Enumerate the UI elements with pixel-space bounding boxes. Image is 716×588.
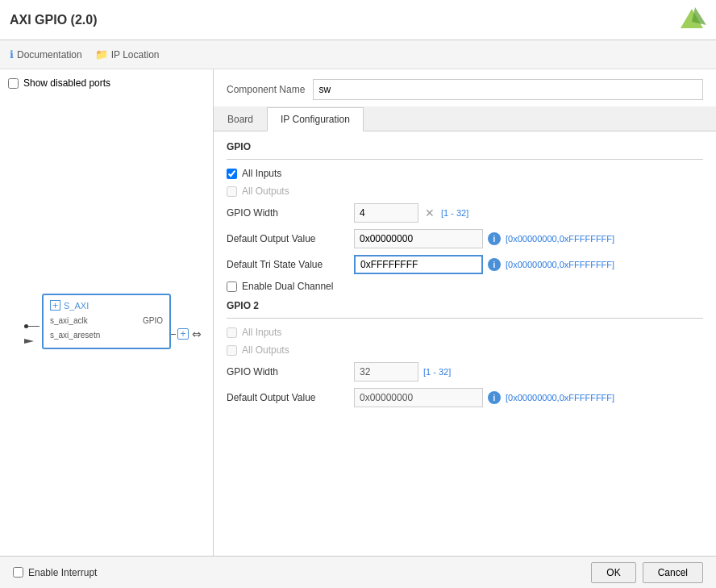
component-box: + S_AXI s_axi_aclk GPIO s_axi_aresetn: [42, 294, 171, 349]
svg-marker-2: [24, 339, 34, 344]
gpio2-all-outputs-label: All Outputs: [242, 344, 289, 356]
gpio2-all-inputs-label: All Inputs: [242, 327, 281, 338]
gpio-width-input-wrap: ✕ [1 - 32]: [354, 203, 468, 223]
default-output-label: Default Output Value: [227, 233, 348, 244]
default-output-input[interactable]: [354, 229, 483, 248]
enable-dual-channel-row: Enable Dual Channel: [227, 281, 703, 292]
documentation-link[interactable]: ℹ Documentation: [10, 48, 82, 60]
gpio-width-clear-btn[interactable]: ✕: [423, 206, 436, 219]
folder-icon: 📁: [95, 48, 108, 60]
diagram-area: + ⇔ + S_AXI s_axi_aclk GPIO s_axi_areset…: [8, 95, 205, 548]
right-conn: + ⇔: [169, 327, 202, 340]
component-header: + S_AXI: [50, 300, 163, 311]
default-tristate-info-icon[interactable]: i: [488, 258, 501, 271]
default-tristate-input[interactable]: [354, 255, 483, 274]
enable-interrupt-checkbox[interactable]: [13, 567, 23, 578]
ok-button[interactable]: OK: [591, 562, 635, 583]
left-conn-2: [24, 338, 35, 344]
default-tristate-row: Default Tri State Value i [0x00000000,0x…: [227, 255, 703, 274]
arrow-in-icon: [24, 338, 35, 344]
gpio-label: GPIO: [143, 314, 163, 328]
bottom-bar: Enable Interrupt OK Cancel: [0, 556, 716, 588]
all-outputs-label: All Outputs: [242, 186, 289, 197]
gpio-width-row: GPIO Width ✕ [1 - 32]: [227, 203, 703, 223]
app-title: AXI GPIO (2.0): [10, 13, 97, 27]
default-tristate-input-wrap: i [0x00000000,0xFFFFFFFF]: [354, 255, 614, 274]
default-output-input-wrap: i [0x00000000,0xFFFFFFFF]: [354, 229, 614, 248]
all-inputs-row: All Inputs: [227, 168, 703, 179]
show-disabled-ports-label: Show disabled ports: [23, 77, 110, 89]
gpio-width-range: [1 - 32]: [441, 208, 468, 218]
add-port-button[interactable]: +: [177, 328, 189, 340]
gpio2-section-title: GPIO 2: [227, 300, 703, 311]
gpio2-all-outputs-checkbox[interactable]: [227, 345, 237, 356]
conn-line-1: [28, 326, 40, 327]
gpio2-section: GPIO 2 All Inputs All Outputs GPIO Width: [227, 300, 703, 407]
gpio2-default-output-label: Default Output Value: [227, 392, 348, 403]
gpio2-width-input[interactable]: [354, 362, 418, 382]
plus-icon-header: +: [50, 300, 60, 311]
cancel-button[interactable]: Cancel: [643, 562, 703, 583]
gpio2-all-inputs-checkbox[interactable]: [227, 327, 237, 338]
info-icon: ℹ: [10, 48, 14, 60]
tab-ip-configuration[interactable]: IP Configuration: [267, 107, 364, 131]
toolbar: ℹ Documentation 📁 IP Location: [0, 40, 716, 69]
right-panel: Component Name Board IP Configuration GP…: [214, 69, 716, 556]
left-panel: Show disabled ports + ⇔: [0, 69, 214, 556]
all-outputs-checkbox[interactable]: [227, 186, 237, 197]
expand-icon: ⇔: [192, 327, 202, 340]
gpio-divider: [227, 159, 703, 160]
component-top-port: S_AXI: [64, 301, 89, 311]
gpio2-default-output-input[interactable]: [354, 388, 483, 407]
all-outputs-row: All Outputs: [227, 186, 703, 197]
gpio2-width-row: GPIO Width [1 - 32]: [227, 362, 703, 382]
left-conn-1: [24, 324, 40, 328]
title-bar: AXI GPIO (2.0): [0, 0, 716, 40]
enable-interrupt-label: Enable Interrupt: [28, 567, 97, 578]
gpio-section-title: GPIO: [227, 141, 703, 152]
port-row-1: s_axi_aclk GPIO: [50, 314, 163, 328]
main-content: Show disabled ports + ⇔: [0, 69, 716, 556]
gpio2-all-inputs-row: All Inputs: [227, 327, 703, 338]
show-disabled-ports-checkbox[interactable]: [8, 78, 19, 89]
gpio2-default-output-range: [0x00000000,0xFFFFFFFF]: [506, 393, 614, 402]
enable-dual-channel-label: Enable Dual Channel: [242, 281, 333, 292]
port-left1-label: s_axi_aclk: [50, 314, 88, 328]
tabs-row: Board IP Configuration: [214, 107, 716, 131]
component-wrapper: + ⇔ + S_AXI s_axi_aclk GPIO s_axi_areset…: [42, 294, 171, 349]
show-disabled-row: Show disabled ports: [8, 77, 205, 89]
gpio2-default-output-info-icon[interactable]: i: [488, 391, 501, 404]
tab-board[interactable]: Board: [214, 107, 267, 131]
all-inputs-checkbox[interactable]: [227, 169, 237, 179]
gpio2-divider: [227, 318, 703, 319]
all-inputs-label: All Inputs: [242, 168, 281, 179]
ip-location-label: IP Location: [111, 49, 160, 60]
gpio-width-label: GPIO Width: [227, 207, 348, 219]
config-scroll-area[interactable]: GPIO All Inputs All Outputs GPIO Width ✕…: [214, 131, 716, 556]
gpio2-width-input-wrap: [1 - 32]: [354, 362, 451, 382]
default-tristate-label: Default Tri State Value: [227, 259, 348, 270]
ip-location-link[interactable]: 📁 IP Location: [95, 48, 160, 60]
app-logo: [677, 6, 706, 35]
documentation-label: Documentation: [17, 49, 82, 60]
gpio2-width-label: GPIO Width: [227, 366, 348, 377]
component-name-label: Component Name: [227, 84, 305, 95]
component-name-row: Component Name: [214, 69, 716, 107]
port-left2-label: s_axi_aresetn: [50, 328, 100, 343]
gpio2-width-range: [1 - 32]: [423, 367, 451, 377]
default-output-info-icon[interactable]: i: [488, 232, 501, 245]
gpio2-default-output-row: Default Output Value i [0x00000000,0xFFF…: [227, 388, 703, 407]
gpio2-default-output-input-wrap: i [0x00000000,0xFFFFFFFF]: [354, 388, 614, 407]
gpio-width-input[interactable]: [354, 203, 418, 223]
enable-dual-channel-checkbox[interactable]: [227, 281, 237, 292]
gpio2-all-outputs-row: All Outputs: [227, 344, 703, 356]
default-tristate-range: [0x00000000,0xFFFFFFFF]: [506, 260, 614, 269]
port-row-2: s_axi_aresetn: [50, 328, 163, 343]
enable-interrupt-row: Enable Interrupt: [13, 567, 97, 578]
bottom-buttons: OK Cancel: [591, 562, 703, 583]
default-output-row: Default Output Value i [0x00000000,0xFFF…: [227, 229, 703, 248]
default-output-range: [0x00000000,0xFFFFFFFF]: [506, 234, 614, 244]
component-name-input[interactable]: [313, 79, 703, 100]
